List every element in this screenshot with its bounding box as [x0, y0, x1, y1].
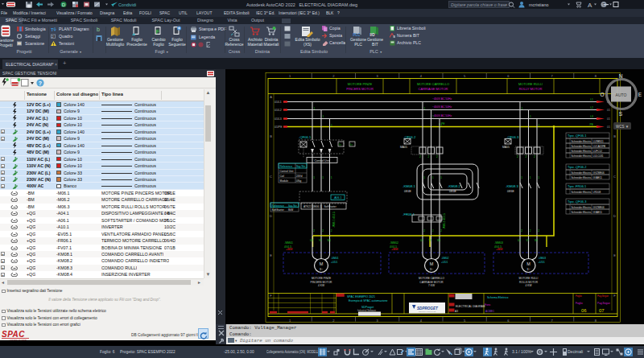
svg-text:2: 2 [530, 229, 531, 232]
svg-text:07: 07 [599, 308, 605, 313]
svg-text:LUCA05FB: LUCA05FB [593, 145, 606, 148]
svg-text:1: 1 [530, 176, 531, 179]
svg-text:SoftStarter: SoftStarter [272, 208, 285, 212]
svg-text:1: 1 [331, 176, 332, 179]
svg-text:GV2ME06: GV2ME06 [593, 171, 605, 175]
svg-text:I>: I> [339, 143, 341, 146]
svg-text:MOTORE PINZE: MOTORE PINZE [348, 82, 373, 86]
svg-text:-KM08.2: -KM08.2 [448, 184, 460, 188]
svg-text:D: D [270, 214, 272, 218]
svg-text:1: 1 [522, 107, 523, 110]
svg-text:1: 1 [432, 176, 434, 179]
svg-text:MOTORE CARRELLO: MOTORE CARRELLO [417, 82, 449, 86]
svg-text:M: M [320, 261, 324, 266]
svg-text:2: 2 [534, 155, 535, 158]
svg-text:Reference: Reference [280, 165, 293, 168]
svg-text:2: 2 [428, 155, 430, 158]
svg-text:1: 1 [530, 115, 531, 118]
svg-text:4 KW: 4 KW [318, 284, 324, 287]
svg-text:LU9BN11: LU9BN11 [593, 140, 604, 143]
svg-text:?: ? [39, 80, 42, 86]
svg-text:SPAC ESEMPIO 2021: SPAC ESEMPIO 2021 [347, 295, 375, 298]
svg-text:1: 1 [322, 176, 324, 179]
svg-text:2: 2 [538, 229, 539, 232]
svg-text:-WM03: -WM03 [494, 241, 503, 245]
svg-text:Foglio: Foglio [576, 302, 583, 305]
svg-text:Schneider Electric: Schneider Electric [572, 211, 592, 214]
svg-text:+UD1: +UD1 [331, 261, 337, 264]
svg-text:Schneider Electric: Schneider Electric [572, 171, 592, 175]
svg-text:V1: V1 [526, 239, 530, 242]
svg-text:Schneider Electric: Schneider Electric [572, 191, 592, 194]
svg-text:ACME1: ACME1 [485, 310, 494, 313]
svg-text:2: 2 [313, 229, 315, 232]
svg-text:2: 2 [322, 229, 324, 232]
svg-text:01: 01 [607, 126, 610, 129]
svg-text:U1: U1 [420, 239, 423, 242]
svg-text:CARRIAGE MOTOR: CARRIAGE MOTOR [419, 87, 448, 91]
svg-text:Schneider Electric: Schneider Electric [572, 140, 592, 143]
svg-text:Schneider Electric: Schneider Electric [572, 145, 592, 148]
svg-text:Coil: Coil [280, 175, 285, 178]
svg-text:F: F [156, 29, 160, 35]
svg-text:Schneider Electric: Schneider Electric [572, 206, 592, 209]
svg-text:M: M [526, 261, 530, 266]
svg-text:ATS22 [5M06.1] SoftStarter: ATS22 [5M06.1] SoftStarter [303, 205, 337, 208]
svg-text:1: 1 [424, 107, 426, 110]
svg-text:INDUSTRIAL SOFTWARE: INDUSTRIAL SOFTWARE [419, 311, 436, 312]
svg-text:C: C [270, 175, 272, 179]
svg-text:E: E [613, 253, 616, 257]
svg-text:W1: W1 [437, 239, 441, 242]
svg-text:PINCERS MOTOR: PINCERS MOTOR [311, 281, 333, 284]
svg-text:-WM02: -WM02 [390, 241, 398, 245]
svg-text:WCS ▼: WCS ▼ [616, 125, 629, 129]
svg-text:4G1.5: 4G1.5 [390, 245, 397, 249]
svg-text:2: 2 [419, 155, 421, 158]
svg-text:24Vd: 24Vd [296, 175, 303, 178]
svg-text:1: 1 [423, 176, 425, 179]
svg-text:01: 01 [607, 109, 610, 112]
svg-text:A3: A3 [455, 310, 458, 313]
svg-text:-UM03: -UM03 [539, 257, 547, 260]
svg-text:1: 1 [521, 176, 522, 179]
svg-text:GVAE11: GVAE11 [593, 176, 603, 179]
svg-text:-UM01: -UM01 [331, 257, 339, 260]
svg-text:Schneider Electric: Schneider Electric [572, 150, 592, 153]
svg-text:2: 2 [517, 155, 518, 158]
svg-text:-KM08.1: -KM08.1 [402, 184, 415, 188]
svg-text:1: 1 [314, 107, 316, 110]
svg-text:Esempio di SPAC automazione: Esempio di SPAC automazione [349, 299, 388, 302]
svg-text:MOTORE PINZE: MOTORE PINZE [312, 277, 331, 280]
svg-text:Control Unit: Control Unit [315, 159, 330, 163]
svg-text:Schema Elettrico: Schema Elettrico [487, 296, 509, 299]
svg-text:S: S [619, 111, 623, 117]
svg-text:2: 2 [440, 229, 442, 232]
svg-text:MOTORE RULLI: MOTORE RULLI [519, 277, 539, 280]
svg-text:1: 1 [538, 176, 539, 179]
svg-text:Industrial Software: Industrial Software [357, 309, 377, 312]
svg-text:V1: V1 [429, 239, 432, 242]
svg-text:ROLLY MOTOR: ROLLY MOTOR [519, 87, 543, 91]
svg-text:GVAE11: GVAE11 [593, 211, 603, 214]
svg-text:4 KW: 4 KW [526, 284, 532, 287]
svg-text:PE: PE [589, 123, 593, 126]
svg-text:U1: U1 [310, 239, 313, 242]
svg-text:LULC031: LULC031 [593, 154, 604, 158]
svg-text:A: A [588, 2, 592, 9]
svg-text:Tipo -FR06.1: Tipo -FR06.1 [568, 184, 587, 188]
svg-text:AUTO: AUTO [616, 93, 627, 97]
svg-text:D: D [613, 214, 616, 218]
svg-text:Schneider Electric: Schneider Electric [572, 176, 592, 179]
svg-text:-FR06.1: -FR06.1 [402, 212, 415, 216]
svg-text:Pag.Segue: Pag.Segue [597, 294, 609, 298]
svg-text:Pag.Segue: Pag.Segue [597, 302, 610, 305]
svg-text:2: 2 [521, 229, 522, 232]
svg-text:V1: V1 [319, 239, 322, 242]
svg-text:2: 2 [436, 155, 438, 158]
svg-text:4G1.5: 4G1.5 [284, 245, 291, 249]
svg-text:W1: W1 [328, 239, 332, 242]
svg-text:GV2ME06: GV2ME06 [593, 206, 605, 209]
svg-text:Module: Module [280, 179, 289, 183]
svg-text:T: T [51, 27, 54, 32]
svg-text:I/O: I/O [370, 33, 376, 37]
